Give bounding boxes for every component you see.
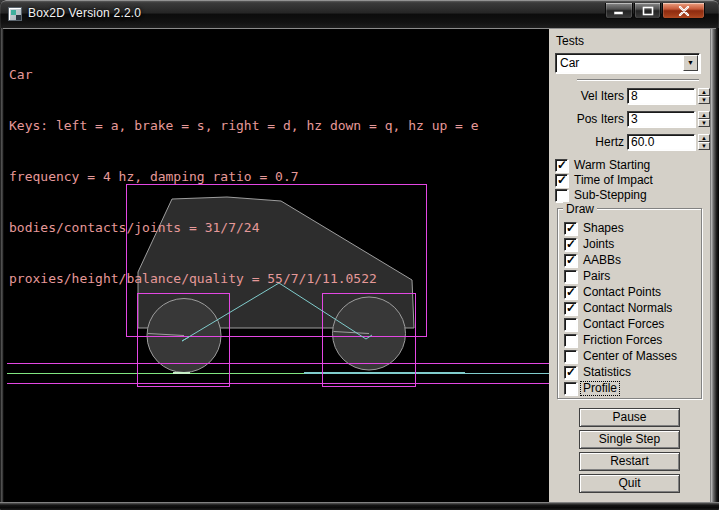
check-icon: ✓ [566, 301, 576, 315]
checkbox-label: Friction Forces [583, 334, 662, 347]
checkbox-box: ✓ [555, 174, 568, 187]
check-icon: ✓ [557, 173, 567, 187]
statistics-text: Car Keys: left = a, brake = s, right = d… [9, 32, 479, 321]
control-panel: Tests Car ▼ Vel Iters ▲ ▼ Pos Iters ▲ ▼ … [549, 29, 711, 502]
checkbox-label: Pairs [583, 270, 610, 283]
chevron-down-icon: ▼ [687, 59, 694, 66]
checkbox-label: Joints [583, 238, 614, 251]
simulation-canvas[interactable]: Car Keys: left = a, brake = s, right = d… [4, 29, 549, 502]
spinner-down-button[interactable]: ▼ [698, 96, 710, 104]
checkbox-box: ✓ [564, 334, 577, 347]
client-divider [3, 28, 716, 29]
draw-group-title: Draw [563, 202, 597, 216]
window-frame-right [711, 28, 719, 502]
checkbox-label: Contact Forces [583, 318, 664, 331]
vel-iters-label: Vel Iters [549, 88, 624, 104]
vel-iters-input[interactable] [627, 88, 695, 104]
stats-line: proxies/height/balance/quality = 55/7/1/… [9, 270, 479, 287]
stats-line: bodies/contacts/joints = 31/7/24 [9, 219, 479, 236]
spinner-up-button[interactable]: ▲ [698, 134, 710, 142]
close-button[interactable] [662, 3, 705, 19]
maximize-button[interactable] [634, 3, 661, 19]
dropdown-arrow-button[interactable]: ▼ [683, 55, 698, 71]
spinner-down-button[interactable]: ▼ [698, 142, 710, 150]
checkbox-box: ✓ [555, 159, 568, 172]
checkbox-label: Time of Impact [574, 174, 653, 187]
stats-line: Keys: left = a, brake = s, right = d, hz… [9, 117, 479, 134]
draw-group: Draw ✓ Shapes ✓ Joints ✓ AABBs ✓ Pairs ✓… [557, 208, 702, 399]
window-frame-bottom [0, 502, 719, 510]
stats-line: Car [9, 66, 479, 83]
window-title: Box2D Version 2.2.0 [28, 6, 141, 20]
tests-dropdown-value: Car [560, 56, 579, 70]
hertz-input[interactable] [627, 134, 695, 150]
checkbox-label: Warm Starting [574, 159, 650, 172]
window-controls [604, 3, 705, 19]
checkbox-label: Contact Points [583, 286, 661, 299]
pos-iters-input[interactable] [627, 111, 695, 127]
titlebar[interactable]: Box2D Version 2.2.0 [0, 0, 719, 28]
triangle-up-icon: ▲ [701, 89, 707, 95]
spinner-down-button[interactable]: ▼ [698, 119, 710, 127]
checkbox-label: Sub-Stepping [574, 189, 647, 202]
single-step-button[interactable]: Single Step [579, 430, 680, 449]
check-icon: ✓ [566, 237, 576, 251]
stats-line: frequency = 4 hz, damping ratio = 0.7 [9, 168, 479, 185]
checkbox-box: ✓ [564, 366, 577, 379]
vel-iters-spinner: ▲ ▼ [698, 88, 710, 104]
checkbox-label: Statistics [583, 366, 631, 379]
pos-iters-label: Pos Iters [549, 111, 624, 127]
checkbox-box: ✓ [564, 318, 577, 331]
spinner-up-button[interactable]: ▲ [698, 88, 710, 96]
check-icon: ✓ [557, 158, 567, 172]
checkbox-label: Profile [581, 382, 619, 395]
tests-label: Tests [556, 34, 584, 48]
checkbox-label: Shapes [583, 222, 624, 235]
triangle-down-icon: ▼ [701, 120, 707, 126]
checkbox-box: ✓ [564, 238, 577, 251]
checkbox-label: AABBs [583, 254, 621, 267]
checkbox-label: Center of Masses [583, 350, 677, 363]
separator [577, 79, 699, 81]
pos-iters-spinner: ▲ ▼ [698, 111, 710, 127]
minimize-icon [613, 6, 625, 15]
close-icon [678, 6, 689, 16]
tests-dropdown[interactable]: Car ▼ [555, 53, 700, 73]
restart-button[interactable]: Restart [579, 452, 680, 471]
triangle-up-icon: ▲ [701, 112, 707, 118]
minimize-button[interactable] [605, 3, 633, 19]
quit-button[interactable]: Quit [579, 474, 680, 493]
hertz-spinner: ▲ ▼ [698, 134, 710, 150]
triangle-up-icon: ▲ [701, 135, 707, 141]
checkbox-box: ✓ [555, 189, 568, 202]
hertz-label: Hertz [549, 134, 624, 150]
check-icon: ✓ [566, 285, 576, 299]
triangle-down-icon: ▼ [701, 143, 707, 149]
checkbox-box: ✓ [564, 302, 577, 315]
checkbox-box: ✓ [564, 382, 577, 395]
check-icon: ✓ [566, 253, 576, 267]
checkbox-box: ✓ [564, 254, 577, 267]
checkbox-box: ✓ [564, 286, 577, 299]
checkbox-box: ✓ [564, 350, 577, 363]
box2d-testbed-window: Box2D Version 2.2.0 [0, 0, 719, 510]
checkbox-box: ✓ [564, 270, 577, 283]
pause-button[interactable]: Pause [579, 408, 680, 427]
app-icon [8, 7, 22, 21]
checkbox-box: ✓ [564, 222, 577, 235]
checkbox-label: Contact Normals [583, 302, 672, 315]
spinner-up-button[interactable]: ▲ [698, 111, 710, 119]
maximize-icon [642, 6, 654, 16]
check-icon: ✓ [566, 365, 576, 379]
triangle-down-icon: ▼ [701, 97, 707, 103]
check-icon: ✓ [566, 221, 576, 235]
